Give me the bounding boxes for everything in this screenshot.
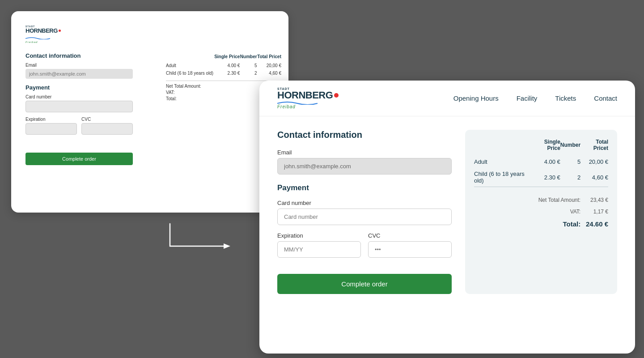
email-label-main: Email — [277, 149, 452, 156]
expiration-input-small[interactable] — [25, 123, 77, 135]
logo-main: STADT HORNBERG Freibad — [277, 87, 339, 109]
nav-links: Opening Hours Facility Tickets Contact — [453, 94, 617, 102]
nav-bar: STADT HORNBERG Freibad Opening Hours Fac… — [259, 81, 635, 116]
contact-title-main: Contact information — [277, 130, 452, 140]
expiration-input-main[interactable] — [277, 241, 361, 258]
table-row: Adult 4.00 € 5 20,00 € — [474, 156, 608, 168]
cvc-label-main: CVC — [368, 232, 452, 239]
vat-row: VAT: 1,17 € — [474, 206, 608, 217]
table-row: Child (6 to 18 years old) 2.30 € 2 4,60 … — [474, 168, 608, 187]
card-label-main: Card number — [277, 200, 452, 206]
nav-opening-hours[interactable]: Opening Hours — [453, 94, 499, 102]
complete-order-btn-main[interactable]: Complete order — [277, 274, 452, 294]
summary-col-single-price: Single Price — [531, 139, 560, 156]
card-input-small[interactable] — [25, 101, 133, 112]
logo-freibad-small: Freibad — [25, 41, 38, 43]
nav-facility[interactable]: Facility — [517, 94, 538, 102]
complete-order-btn-small[interactable]: Complete order — [25, 153, 133, 165]
main-card: STADT HORNBERG Freibad Opening Hours Fac… — [259, 81, 635, 354]
table-row: Adult 4.00 € 5 20,00 € — [166, 62, 281, 69]
logo-wave-small — [25, 37, 50, 39]
cvc-label-small: CVC — [81, 117, 133, 122]
total-row: Total: 24.60 € — [474, 217, 608, 230]
summary-table: Single Price Number Total Pricet Adult 4… — [474, 139, 608, 230]
summary-divider — [474, 187, 608, 195]
payment-title-main: Payment — [277, 183, 452, 192]
expiration-label-small: Expiration — [25, 117, 77, 122]
total-label-small: Total: — [166, 96, 177, 101]
net-label-small: Net Total Amount: — [166, 84, 201, 89]
table-row: Child (6 to 18 years old) 2.30 € 2 4,60 … — [166, 69, 281, 77]
summary-col-total: Total Pricet — [580, 139, 608, 156]
logo-hornberg-small: HORNBERG — [25, 28, 58, 34]
nav-tickets[interactable]: Tickets — [555, 94, 576, 102]
dot-red-small — [59, 30, 61, 32]
net-total-row: Net Total Amount: 23,43 € — [474, 194, 608, 206]
logo-hornberg: HORNBERG — [277, 90, 333, 100]
form-section: Contact information Email Payment Card n… — [277, 130, 452, 294]
cvc-input-main[interactable] — [368, 241, 452, 258]
summary-col-label — [474, 139, 531, 156]
vat-label-small: VAT: — [166, 90, 175, 95]
expiration-cvc-row: Expiration CVC — [277, 232, 452, 258]
nav-contact[interactable]: Contact — [594, 94, 617, 102]
logo-freibad: Freibad — [277, 105, 296, 109]
col-number-small: Number — [240, 54, 257, 62]
email-input-small[interactable] — [25, 69, 133, 79]
cvc-input-small[interactable] — [81, 123, 133, 135]
col-single-price-small: Single Price — [214, 54, 240, 62]
main-content: Contact information Email Payment Card n… — [259, 116, 635, 307]
email-input-main[interactable] — [277, 158, 452, 175]
arrow-annotation — [165, 219, 237, 255]
svg-marker-0 — [224, 243, 230, 249]
card-input-main[interactable] — [277, 209, 452, 225]
col-total-small: Total Pricet — [257, 54, 281, 62]
dot-red-main — [334, 93, 339, 98]
logo-small: STADT HORNBERG Freibad — [25, 26, 274, 43]
summary-section: Single Price Number Total Pricet Adult 4… — [465, 130, 617, 294]
expiration-label-main: Expiration — [277, 232, 361, 239]
summary-col-number: Number — [560, 139, 580, 156]
small-card: STADT HORNBERG Freibad Contact informati… — [11, 11, 288, 213]
